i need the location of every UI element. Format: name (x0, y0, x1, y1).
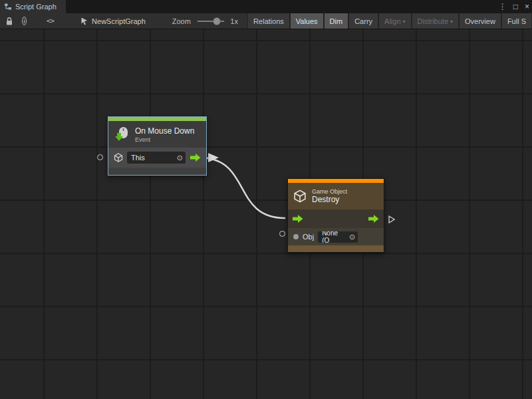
zoom-label: Zoom (172, 17, 191, 25)
close-icon[interactable]: × (525, 0, 529, 13)
trigger-output-port-icon[interactable] (368, 214, 379, 226)
destroy-node-title: Destroy (312, 195, 347, 204)
event-node-subtitle: Event (135, 136, 194, 143)
align-button: Align ▾ (378, 13, 411, 29)
info-icon[interactable]: i (22, 17, 27, 25)
chevron-down-icon: ▾ (450, 19, 453, 25)
script-graph-window: Script Graph ⋮ □ × i <> NewScriptGraph Z… (0, 0, 532, 399)
destroy-node-input-port[interactable] (279, 231, 285, 237)
event-node-port-row: This ⊙ (108, 148, 206, 168)
destroy-node-output-triangle-port[interactable] (388, 214, 395, 226)
trigger-output-port-icon[interactable] (190, 153, 201, 162)
script-graph-icon (4, 3, 12, 11)
zoom-slider-handle[interactable] (213, 17, 221, 25)
dim-button[interactable]: Dim (324, 13, 349, 29)
overview-button[interactable]: Overview (459, 13, 501, 29)
code-icon[interactable]: <> (47, 17, 54, 25)
zoom-slider[interactable] (198, 21, 224, 22)
object-picker-icon[interactable]: ⊙ (349, 233, 355, 241)
object-field-value: None (O (322, 231, 346, 243)
distribute-button-label: Distribute (418, 17, 448, 25)
tab-title: Script Graph (15, 3, 57, 11)
graph-name[interactable]: NewScriptGraph (92, 17, 146, 25)
lock-icon[interactable] (5, 17, 13, 26)
values-button[interactable]: Values (290, 13, 324, 29)
game-object-cube-icon (293, 190, 307, 203)
relations-button[interactable]: Relations (247, 13, 290, 29)
fullscreen-button[interactable]: Full S (501, 13, 532, 29)
object-field[interactable]: None (O ⊙ (318, 231, 358, 243)
destroy-node-titles: Game Object Destroy (312, 188, 347, 204)
menu-icon[interactable]: ⋮ (499, 0, 507, 13)
cube-icon (114, 153, 123, 162)
maximize-icon[interactable]: □ (513, 0, 518, 13)
connection-wire[interactable] (202, 158, 285, 218)
destroy-node-param-row: Obj None (O ⊙ (288, 228, 384, 245)
carry-button[interactable]: Carry (348, 13, 378, 29)
zoom-value: 1x (230, 17, 238, 25)
event-node-title: On Mouse Down (135, 126, 194, 136)
tab-script-graph[interactable]: Script Graph (0, 0, 66, 13)
object-picker-icon[interactable]: ⊙ (177, 154, 183, 162)
destroy-node-footer (288, 245, 384, 252)
align-button-label: Align (384, 17, 400, 25)
target-field[interactable]: This ⊙ (127, 152, 186, 164)
graph-canvas[interactable]: On Mouse Down Event This ⊙ (0, 29, 532, 399)
event-node-header: On Mouse Down Event (108, 121, 206, 148)
tab-bar: Script Graph ⋮ □ × (0, 0, 532, 13)
toolbar-buttons: Relations Values Dim Carry Align ▾ Distr… (247, 13, 532, 29)
event-node-input-port[interactable] (97, 154, 103, 160)
destroy-node-category: Game Object (312, 188, 347, 195)
distribute-button: Distribute ▾ (412, 13, 459, 29)
mouse-down-icon (114, 126, 130, 142)
event-node-on-mouse-down[interactable]: On Mouse Down Event This ⊙ (108, 116, 207, 176)
graph-toolbar: i <> NewScriptGraph Zoom 1x Relations Va… (0, 13, 532, 29)
event-node-footer (108, 168, 206, 175)
value-port-dot-icon[interactable] (293, 234, 299, 239)
wire-layer (0, 29, 532, 399)
param-label: Obj (303, 233, 314, 241)
destroy-node[interactable]: Game Object Destroy Obj (287, 178, 384, 253)
target-field-value: This (131, 154, 145, 162)
connection-arrowhead (208, 153, 219, 162)
destroy-node-trigger-row (288, 209, 384, 228)
window-controls: ⋮ □ × (499, 0, 529, 13)
event-node-titles: On Mouse Down Event (135, 126, 194, 143)
destroy-node-header: Game Object Destroy (288, 183, 384, 209)
graph-pointer-icon (80, 17, 88, 25)
chevron-down-icon: ▾ (403, 19, 406, 25)
trigger-input-port-icon[interactable] (293, 214, 303, 226)
